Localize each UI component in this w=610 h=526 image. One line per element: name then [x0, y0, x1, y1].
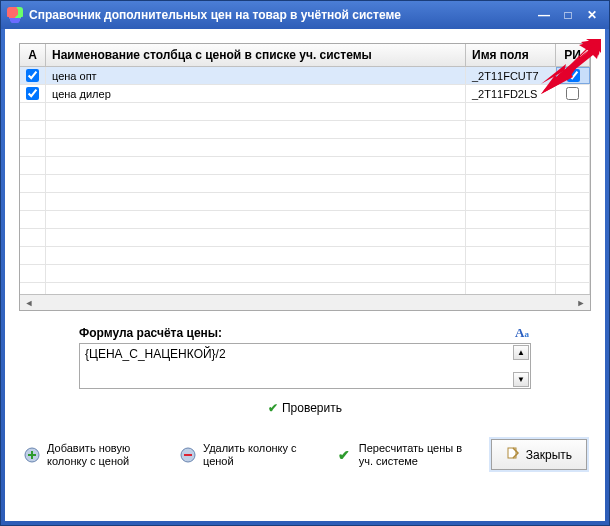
- cell-active[interactable]: [20, 85, 46, 102]
- active-checkbox[interactable]: [26, 69, 39, 82]
- empty-row: [20, 265, 590, 283]
- add-column-button[interactable]: Добавить новую колонку с ценой: [23, 442, 163, 468]
- window-title: Справочник дополнительных цен на товар в…: [29, 8, 533, 22]
- empty-row: [20, 175, 590, 193]
- ri-checkbox[interactable]: [566, 87, 579, 100]
- grid-header: А Наименование столбца с ценой в списке …: [20, 44, 590, 67]
- titlebar: Справочник дополнительных цен на товар в…: [1, 1, 609, 29]
- add-icon: [23, 446, 41, 464]
- close-window-button[interactable]: ✕: [581, 6, 603, 24]
- cell-ri[interactable]: [556, 67, 590, 84]
- empty-row: [20, 157, 590, 175]
- scroll-left-icon[interactable]: ◄: [22, 298, 36, 308]
- cell-ri[interactable]: [556, 85, 590, 102]
- grid-body[interactable]: цена опт_2T11FCUT7цена дилер_2T11FD2LS: [20, 67, 590, 294]
- close-icon: [506, 446, 520, 463]
- table-row[interactable]: цена дилер_2T11FD2LS: [20, 85, 590, 103]
- formula-spin-down[interactable]: ▼: [513, 372, 529, 387]
- empty-row: [20, 211, 590, 229]
- recalc-icon: ✔: [335, 446, 353, 464]
- empty-row: [20, 139, 590, 157]
- formula-text: {ЦЕНА_С_НАЦЕНКОЙ}/2: [85, 347, 226, 361]
- formula-label: Формула расчёта цены:: [79, 326, 515, 340]
- empty-row: [20, 103, 590, 121]
- table-row[interactable]: цена опт_2T11FCUT7: [20, 67, 590, 85]
- empty-row: [20, 193, 590, 211]
- close-button[interactable]: Закрыть: [491, 439, 587, 470]
- window: Справочник дополнительных цен на товар в…: [0, 0, 610, 526]
- active-checkbox[interactable]: [26, 87, 39, 100]
- cell-name[interactable]: цена дилер: [46, 85, 466, 102]
- app-icon: [7, 7, 23, 23]
- price-grid: А Наименование столбца с ценой в списке …: [19, 43, 591, 311]
- client-area: А Наименование столбца с ценой в списке …: [5, 29, 605, 521]
- ri-checkbox[interactable]: [567, 69, 580, 82]
- font-settings-icon[interactable]: Aa: [515, 325, 531, 341]
- empty-row: [20, 121, 590, 139]
- action-bar: Добавить новую колонку с ценой Удалить к…: [19, 439, 591, 470]
- formula-input[interactable]: {ЦЕНА_С_НАЦЕНКОЙ}/2 ▲ ▼: [79, 343, 531, 389]
- cell-field[interactable]: _2T11FD2LS: [466, 85, 556, 102]
- delete-icon: [179, 446, 197, 464]
- cell-name[interactable]: цена опт: [46, 67, 466, 84]
- empty-row: [20, 229, 590, 247]
- empty-row: [20, 247, 590, 265]
- col-header-active[interactable]: А: [20, 44, 46, 66]
- formula-spin-up[interactable]: ▲: [513, 345, 529, 360]
- cell-field[interactable]: _2T11FCUT7: [466, 67, 556, 84]
- verify-link[interactable]: Проверить: [282, 401, 342, 415]
- cell-active[interactable]: [20, 67, 46, 84]
- col-header-field[interactable]: Имя поля: [466, 44, 556, 66]
- col-header-name[interactable]: Наименование столбца с ценой в списке уч…: [46, 44, 466, 66]
- delete-column-button[interactable]: Удалить колонку с ценой: [179, 442, 319, 468]
- col-header-ri[interactable]: РИ: [556, 44, 590, 66]
- empty-row: [20, 283, 590, 294]
- grid-horizontal-scrollbar[interactable]: ◄ ►: [20, 294, 590, 310]
- check-icon: ✔: [268, 401, 278, 415]
- minimize-button[interactable]: —: [533, 6, 555, 24]
- verify-row: ✔Проверить: [19, 401, 591, 415]
- recalc-button[interactable]: ✔ Пересчитать цены в уч. системе: [335, 442, 475, 468]
- maximize-button[interactable]: □: [557, 6, 579, 24]
- formula-section: Формула расчёта цены: Aa {ЦЕНА_С_НАЦЕНКО…: [19, 325, 591, 389]
- scroll-right-icon[interactable]: ►: [574, 298, 588, 308]
